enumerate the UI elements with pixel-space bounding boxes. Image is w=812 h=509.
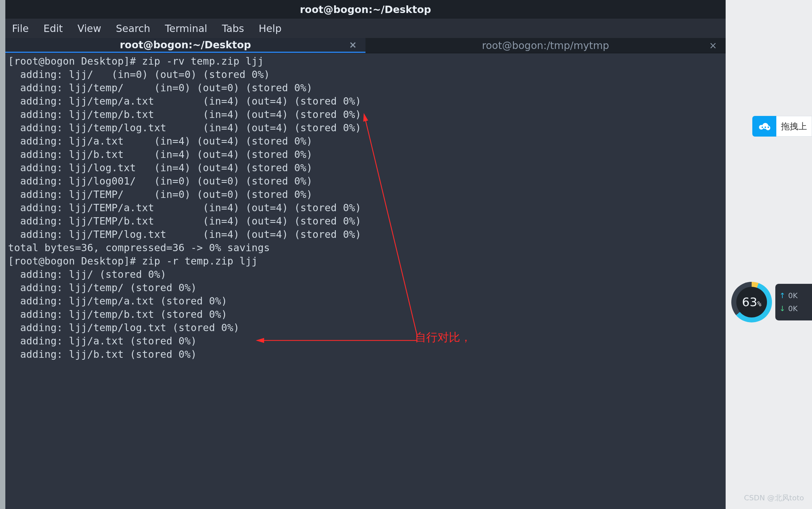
net-down-row: ↓ 0K xyxy=(779,304,812,313)
terminal-line: adding: ljj/temp/a.txt (in=4) (out=4) (s… xyxy=(8,95,361,107)
terminal-line: [root@bogon Desktop]# zip -r temp.zip lj… xyxy=(8,255,258,267)
terminal-line: [root@bogon Desktop]# zip -rv temp.zip l… xyxy=(8,55,264,67)
tab-desktop[interactable]: root@bogon:~/Desktop × xyxy=(5,38,366,53)
svg-point-6 xyxy=(764,127,766,128)
svg-point-5 xyxy=(762,127,763,128)
menubar: File Edit View Search Terminal Tabs Help xyxy=(5,19,726,38)
terminal-line: adding: ljj/TEMP/a.txt (in=4) (out=4) (s… xyxy=(8,202,361,213)
arrow-down-icon: ↓ xyxy=(779,304,785,313)
terminal-line: adding: ljj/b.txt (stored 0%) xyxy=(8,348,197,360)
menu-terminal[interactable]: Terminal xyxy=(165,23,208,34)
terminal-line: adding: ljj/b.txt (in=4) (out=4) (stored… xyxy=(8,148,312,160)
close-icon[interactable]: × xyxy=(349,39,357,50)
network-widget[interactable]: ↑ 0K ↓ 0K xyxy=(775,284,812,320)
close-icon[interactable]: × xyxy=(709,40,717,51)
terminal-body[interactable]: [root@bogon Desktop]# zip -rv temp.zip l… xyxy=(5,53,726,361)
tab-label: root@bogon:~/Desktop xyxy=(120,39,251,50)
terminal-line: adding: ljj/temp/ (stored 0%) xyxy=(8,282,197,294)
terminal-line: adding: ljj/log001/ (in=0) (out=0) (stor… xyxy=(8,175,312,187)
tab-label: root@bogon:/tmp/mytmp xyxy=(482,40,609,51)
upload-widget[interactable]: 拖拽上 xyxy=(752,116,812,137)
net-up-value: 0K xyxy=(788,292,797,300)
terminal-line: adding: ljj/log.txt (in=4) (out=4) (stor… xyxy=(8,162,312,174)
menu-file[interactable]: File xyxy=(12,23,29,34)
terminal-line: adding: ljj/temp/log.txt (in=4) (out=4) … xyxy=(8,122,361,134)
menu-search[interactable]: Search xyxy=(116,23,150,34)
terminal-line: adding: ljj/temp/a.txt (stored 0%) xyxy=(8,295,227,307)
window-title: root@bogon:~/Desktop xyxy=(300,4,431,15)
terminal-line: adding: ljj/TEMP/ (in=0) (out=0) (stored… xyxy=(8,189,312,200)
tab-mytmp[interactable]: root@bogon:/tmp/mytmp × xyxy=(366,38,726,53)
menu-tabs[interactable]: Tabs xyxy=(222,23,244,34)
net-up-row: ↑ 0K xyxy=(779,292,812,300)
cloud-icon xyxy=(752,116,776,137)
terminal-line: adding: ljj/temp/b.txt (in=4) (out=4) (s… xyxy=(8,109,361,120)
net-down-value: 0K xyxy=(788,304,797,313)
terminal-line: adding: ljj/temp/ (in=0) (out=0) (stored… xyxy=(8,82,312,94)
annotation-text: 自行对比， xyxy=(415,330,471,345)
terminal-line: adding: ljj/TEMP/b.txt (in=4) (out=4) (s… xyxy=(8,215,361,227)
terminal-line: adding: ljj/a.txt (in=4) (out=4) (stored… xyxy=(8,135,312,147)
performance-dial[interactable]: 63% xyxy=(731,282,772,323)
menu-edit[interactable]: Edit xyxy=(43,23,63,34)
terminal-line: adding: ljj/a.txt (stored 0%) xyxy=(8,335,197,347)
terminal-window: root@bogon:~/Desktop File Edit View Sear… xyxy=(5,0,726,509)
menu-view[interactable]: View xyxy=(77,23,101,34)
terminal-line: total bytes=36, compressed=36 -> 0% savi… xyxy=(8,242,270,253)
terminal-line: adding: ljj/ (in=0) (out=0) (stored 0%) xyxy=(8,69,270,80)
terminal-line: adding: ljj/temp/b.txt (stored 0%) xyxy=(8,308,227,320)
dial-suffix: % xyxy=(757,300,761,308)
terminal-line: adding: ljj/temp/log.txt (stored 0%) xyxy=(8,322,240,334)
terminal-line: adding: ljj/ (stored 0%) xyxy=(8,269,166,280)
window-titlebar[interactable]: root@bogon:~/Desktop xyxy=(5,0,726,19)
terminal-line: adding: ljj/TEMP/log.txt (in=4) (out=4) … xyxy=(8,229,361,240)
svg-point-7 xyxy=(768,127,769,128)
desktop-background xyxy=(726,0,812,509)
window-side-strip xyxy=(0,0,5,509)
tab-bar: root@bogon:~/Desktop × root@bogon:/tmp/m… xyxy=(5,38,726,53)
upload-label: 拖拽上 xyxy=(776,116,812,137)
watermark: CSDN @北风toto xyxy=(744,493,804,503)
menu-help[interactable]: Help xyxy=(259,23,281,34)
arrow-up-icon: ↑ xyxy=(779,292,785,300)
dial-value: 63 xyxy=(742,287,757,317)
